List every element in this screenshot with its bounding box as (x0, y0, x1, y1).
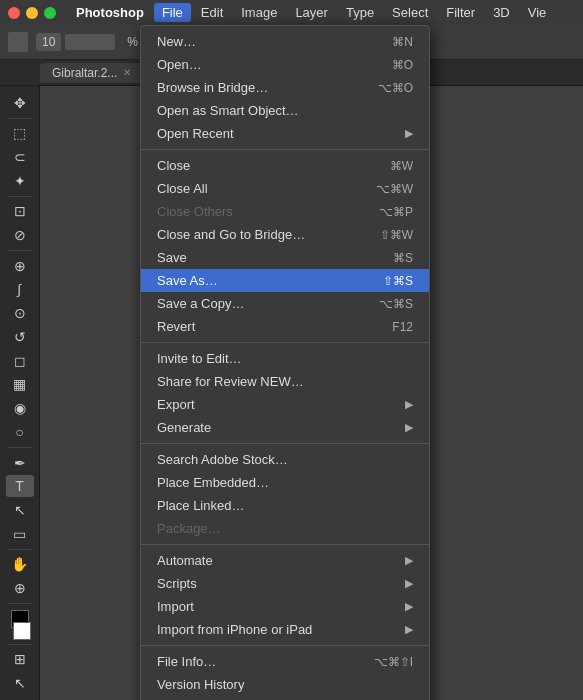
menu-item-file-info-label: File Info… (157, 654, 354, 669)
menu-separator-3 (141, 443, 429, 444)
menu-item-scripts[interactable]: Scripts ▶ (141, 572, 429, 595)
menu-item-version-history-label: Version History (157, 677, 393, 692)
menu-item-browse-bridge[interactable]: Browse in Bridge… ⌥⌘O (141, 76, 429, 99)
menu-item-place-linked[interactable]: Place Linked… (141, 494, 429, 517)
menu-item-save-copy-label: Save a Copy… (157, 296, 359, 311)
menu-item-import-arrow: ▶ (405, 600, 413, 613)
menu-item-place-embedded[interactable]: Place Embedded… (141, 471, 429, 494)
menu-item-save-label: Save (157, 250, 373, 265)
menu-item-import-iphone[interactable]: Import from iPhone or iPad ▶ (141, 618, 429, 641)
menu-item-generate[interactable]: Generate ▶ (141, 416, 429, 439)
menu-separator-2 (141, 342, 429, 343)
menu-item-place-embedded-label: Place Embedded… (157, 475, 393, 490)
menu-separator-5 (141, 645, 429, 646)
menu-item-file-info[interactable]: File Info… ⌥⌘⇧I (141, 650, 429, 673)
menu-item-close-all-label: Close All (157, 181, 356, 196)
menu-item-close-others: Close Others ⌥⌘P (141, 200, 429, 223)
menu-item-search-stock-label: Search Adobe Stock… (157, 452, 393, 467)
menu-item-save[interactable]: Save ⌘S (141, 246, 429, 269)
file-menu-dropdown: New… ⌘N Open… ⌘O Browse in Bridge… ⌥⌘O O… (140, 25, 430, 700)
menu-item-open-recent-label: Open Recent (157, 126, 405, 141)
menu-item-close-shortcut: ⌘W (390, 159, 413, 173)
menu-item-close-bridge-label: Close and Go to Bridge… (157, 227, 360, 242)
menu-item-import-label: Import (157, 599, 405, 614)
menu-item-save-as[interactable]: Save As… ⇧⌘S (141, 269, 429, 292)
menu-separator-1 (141, 149, 429, 150)
menu-separator-4 (141, 544, 429, 545)
menu-item-close[interactable]: Close ⌘W (141, 154, 429, 177)
menu-item-export[interactable]: Export ▶ (141, 393, 429, 416)
menu-item-save-shortcut: ⌘S (393, 251, 413, 265)
menu-item-version-history[interactable]: Version History (141, 673, 429, 696)
menu-item-package-label: Package… (157, 521, 393, 536)
menu-item-file-info-shortcut: ⌥⌘⇧I (374, 655, 413, 669)
menu-item-revert[interactable]: Revert F12 (141, 315, 429, 338)
menu-item-import-iphone-label: Import from iPhone or iPad (157, 622, 405, 637)
menu-item-close-all-shortcut: ⌥⌘W (376, 182, 413, 196)
menu-item-export-label: Export (157, 397, 405, 412)
menu-item-scripts-arrow: ▶ (405, 577, 413, 590)
menu-item-save-copy-shortcut: ⌥⌘S (379, 297, 413, 311)
menu-item-open-shortcut: ⌘O (392, 58, 413, 72)
menu-item-share-review[interactable]: Share for Review NEW… (141, 370, 429, 393)
menu-item-new-label: New… (157, 34, 372, 49)
menu-item-invite-edit-label: Invite to Edit… (157, 351, 393, 366)
menu-item-save-copy[interactable]: Save a Copy… ⌥⌘S (141, 292, 429, 315)
menu-item-invite-edit[interactable]: Invite to Edit… (141, 347, 429, 370)
menu-item-revert-label: Revert (157, 319, 372, 334)
menu-item-open-smart-object[interactable]: Open as Smart Object… (141, 99, 429, 122)
menu-item-browse-bridge-label: Browse in Bridge… (157, 80, 358, 95)
menu-item-close-others-label: Close Others (157, 204, 359, 219)
menu-item-browse-bridge-shortcut: ⌥⌘O (378, 81, 413, 95)
menu-item-open[interactable]: Open… ⌘O (141, 53, 429, 76)
dropdown-overlay: New… ⌘N Open… ⌘O Browse in Bridge… ⌥⌘O O… (0, 0, 583, 700)
menu-item-open-recent-arrow: ▶ (405, 127, 413, 140)
menu-item-close-bridge-shortcut: ⇧⌘W (380, 228, 413, 242)
menu-item-generate-arrow: ▶ (405, 421, 413, 434)
menu-item-search-stock[interactable]: Search Adobe Stock… (141, 448, 429, 471)
menu-item-close-label: Close (157, 158, 370, 173)
menu-item-save-as-label: Save As… (157, 273, 363, 288)
menu-item-place-linked-label: Place Linked… (157, 498, 393, 513)
menu-item-share-review-label: Share for Review NEW… (157, 374, 393, 389)
menu-item-import-iphone-arrow: ▶ (405, 623, 413, 636)
menu-item-new-shortcut: ⌘N (392, 35, 413, 49)
menu-item-automate-arrow: ▶ (405, 554, 413, 567)
menu-item-close-others-shortcut: ⌥⌘P (379, 205, 413, 219)
menu-item-close-all[interactable]: Close All ⌥⌘W (141, 177, 429, 200)
menu-item-save-as-shortcut: ⇧⌘S (383, 274, 413, 288)
menu-item-open-label: Open… (157, 57, 372, 72)
menu-item-close-bridge[interactable]: Close and Go to Bridge… ⇧⌘W (141, 223, 429, 246)
menu-item-export-arrow: ▶ (405, 398, 413, 411)
menu-item-automate-label: Automate (157, 553, 405, 568)
menu-item-scripts-label: Scripts (157, 576, 405, 591)
menu-item-open-recent[interactable]: Open Recent ▶ (141, 122, 429, 145)
menu-item-generate-label: Generate (157, 420, 405, 435)
menu-item-revert-shortcut: F12 (392, 320, 413, 334)
menu-item-package: Package… (141, 517, 429, 540)
menu-item-automate[interactable]: Automate ▶ (141, 549, 429, 572)
menu-item-new[interactable]: New… ⌘N (141, 30, 429, 53)
menu-item-import[interactable]: Import ▶ (141, 595, 429, 618)
menu-item-open-smart-object-label: Open as Smart Object… (157, 103, 393, 118)
